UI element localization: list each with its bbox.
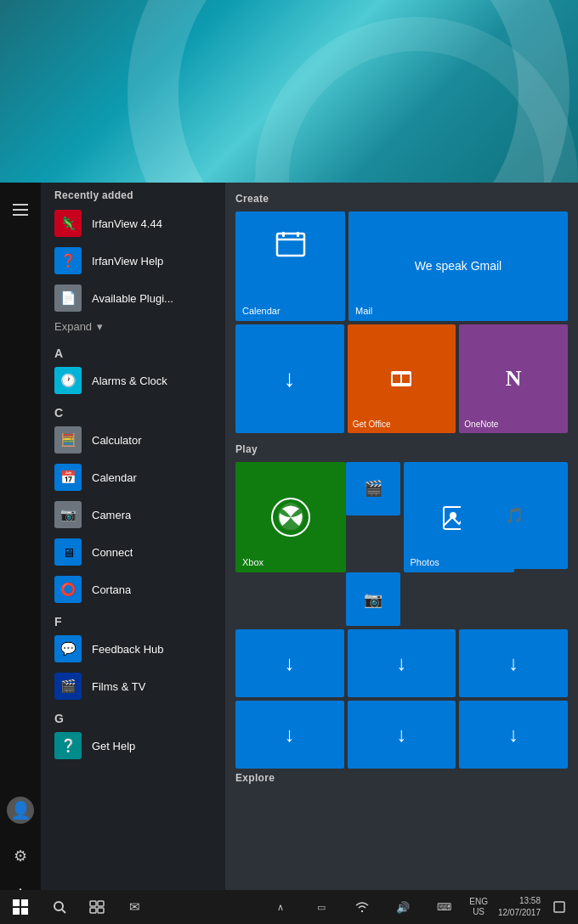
list-item[interactable]: ❔ Get Help	[41, 727, 225, 764]
list-item[interactable]: 🖥 Connect	[41, 533, 225, 571]
svg-rect-16	[90, 908, 96, 913]
groove-icon: 🎵	[505, 506, 524, 525]
xbox-tile-label: Xbox	[242, 557, 264, 567]
svg-rect-15	[98, 901, 104, 906]
chevron-taskbar[interactable]: ∧	[262, 890, 299, 924]
svg-rect-10	[13, 908, 20, 915]
start-button[interactable]	[0, 890, 41, 924]
hamburger-button[interactable]	[0, 191, 41, 228]
app-name: Calculator	[92, 434, 142, 447]
keyboard-taskbar[interactable]: ⌨	[425, 890, 462, 924]
app-name: IrfanView 4.44	[92, 217, 162, 230]
onenote-icon: N	[506, 366, 522, 392]
tablet-taskbar[interactable]: ▭	[303, 890, 340, 924]
svg-line-13	[62, 910, 65, 913]
mail-tile-text: We speak Gmail	[415, 258, 502, 275]
volume-taskbar[interactable]: 🔊	[384, 890, 422, 924]
list-item[interactable]: 🎬 Films & TV	[41, 668, 225, 705]
clock[interactable]: 13:58 12/07/2017	[495, 895, 544, 919]
list-item[interactable]: 📅 Calendar	[41, 459, 225, 496]
download-tile-1[interactable]: ↓	[235, 629, 344, 697]
movies-tile[interactable]: 🎬	[346, 462, 400, 516]
recently-added-label: Recently added	[41, 183, 225, 205]
camera-tile[interactable]: 📷	[346, 572, 400, 626]
svg-rect-14	[90, 901, 96, 906]
notification-button[interactable]	[547, 890, 571, 924]
svg-rect-0	[277, 234, 304, 256]
calculator-icon: 🧮	[54, 426, 82, 454]
settings-button[interactable]: ⚙	[0, 837, 41, 875]
taskbar: ✉ ∧ ▭ 🔊 ⌨ ENG US 13:58 12/07/2017	[0, 890, 578, 924]
onenote-tile-label: OneNote	[464, 420, 498, 429]
app-name: Feedback Hub	[92, 643, 164, 656]
wifi-taskbar[interactable]	[343, 890, 381, 924]
app-name: IrfanView Help	[92, 255, 163, 268]
download-tile[interactable]: ↓	[235, 324, 344, 433]
app-name: Alarms & Clock	[92, 375, 167, 387]
tiles-panel: Create Calendar	[225, 183, 578, 924]
download-icon-1: ↓	[285, 651, 295, 675]
download-tile-4[interactable]: ↓	[235, 701, 344, 769]
group-letter-g: G	[41, 705, 225, 727]
wallpaper	[0, 0, 578, 183]
svg-point-12	[54, 902, 63, 910]
plugins-icon: 📄	[54, 285, 82, 312]
download-tile-3[interactable]: ↓	[459, 629, 568, 697]
camera2-icon: 📷	[364, 590, 382, 609]
camera-icon: 📷	[54, 501, 82, 528]
mail-taskbar-icon[interactable]: ✉	[116, 890, 153, 924]
list-item[interactable]: ❓ IrfanView Help	[41, 242, 225, 279]
films-icon: 🎬	[54, 673, 82, 700]
calendar-tile-label: Calendar	[242, 306, 280, 316]
expand-button[interactable]: Expand ▾	[41, 317, 225, 340]
taskbar-right: ∧ ▭ 🔊 ⌨ ENG US 13:58 12/07/2017	[262, 890, 578, 924]
calendar-icon: 📅	[54, 464, 82, 491]
list-item[interactable]: 📄 Available Plugi...	[41, 279, 225, 317]
list-item[interactable]: ⭕ Cortana	[41, 571, 225, 608]
list-item[interactable]: 🧮 Calculator	[41, 421, 225, 459]
download-icon-4: ↓	[285, 723, 295, 747]
svg-rect-11	[21, 908, 28, 915]
app-name: Calendar	[92, 471, 137, 484]
groove-tile[interactable]: 🎵	[461, 462, 568, 569]
download-icon-3: ↓	[508, 651, 518, 675]
create-section-label: Create	[235, 193, 568, 205]
list-item[interactable]: 🕐 Alarms & Clock	[41, 362, 225, 399]
user-avatar[interactable]: 👤	[7, 797, 34, 824]
expand-label: Expand	[54, 320, 92, 333]
explore-section-label: Explore	[235, 772, 568, 784]
app-name: Get Help	[92, 740, 135, 752]
onenote-tile[interactable]: N OneNote	[459, 324, 568, 433]
clock-date: 12/07/2017	[498, 907, 541, 919]
mail-tile[interactable]: We speak Gmail Mail	[348, 211, 568, 321]
taskview-button[interactable]	[78, 890, 116, 924]
app-name: Available Plugi...	[92, 292, 173, 305]
language-indicator[interactable]: ENG US	[466, 897, 491, 917]
feedback-icon: 💬	[54, 635, 82, 662]
app-name: Connect	[92, 546, 133, 559]
irfanview-help-icon: ❓	[54, 247, 82, 274]
download-tile-6[interactable]: ↓	[459, 701, 568, 769]
app-name: Films & TV	[92, 680, 145, 693]
list-item[interactable]: 🦎 IrfanView 4.44	[41, 205, 225, 242]
download-icon-5: ↓	[396, 723, 406, 747]
movies-icon: 🎬	[364, 479, 382, 498]
getoffice-tile[interactable]: Get Office	[348, 324, 456, 433]
list-item[interactable]: 💬 Feedback Hub	[41, 630, 225, 668]
svg-rect-8	[13, 899, 20, 906]
photos-tile-label: Photos	[411, 557, 439, 567]
download-tile-5[interactable]: ↓	[348, 701, 456, 769]
clock-time: 13:58	[498, 895, 541, 907]
download-tile-2[interactable]: ↓	[348, 629, 456, 697]
cortana-icon: ⭕	[54, 576, 82, 603]
calendar-tile[interactable]: Calendar	[235, 211, 345, 321]
group-letter-a: A	[41, 340, 225, 362]
connect-icon: 🖥	[54, 538, 82, 566]
mail-tile-label: Mail	[355, 306, 372, 316]
search-button[interactable]	[41, 890, 78, 924]
xbox-tile[interactable]: Xbox	[235, 462, 346, 572]
download-icon-6: ↓	[508, 723, 518, 747]
app-name: Camera	[92, 509, 131, 521]
list-item[interactable]: 📷 Camera	[41, 496, 225, 533]
download-icon: ↓	[284, 365, 296, 392]
